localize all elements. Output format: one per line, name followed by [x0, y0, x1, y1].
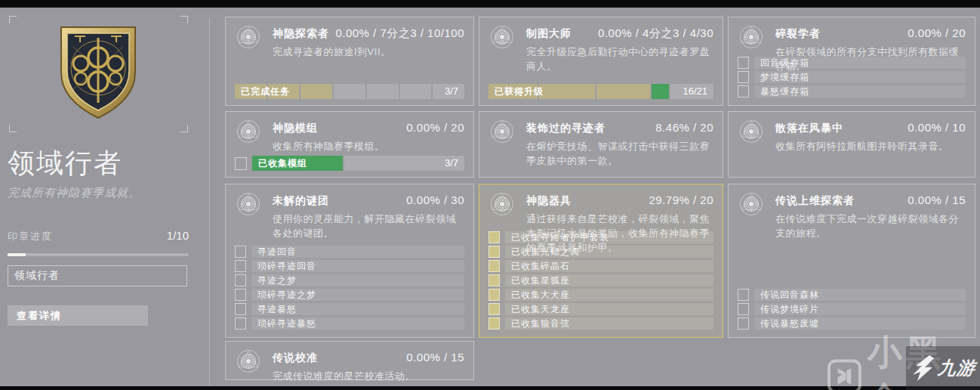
checklist-item: 已收集星狐座 [488, 274, 713, 286]
card-stats: 0.00% / 20 [406, 121, 464, 134]
card-title: 神隐模组 [273, 122, 318, 135]
achievement-card[interactable]: 装饰过的寻迹者 8.46% / 20 在熔炉竞技场、智谋或打击中获得三款赛季皮肤… [479, 111, 723, 178]
seal-progress-label: 印章进度 [8, 230, 53, 243]
checklist-label: 琐碎寻迹之梦 [251, 289, 464, 301]
progress-bar: 已获得升级 16/21 [488, 84, 713, 99]
achievement-card[interactable]: 神隐器具 29.79% / 20 通过获得来自星芒校准，碎裂领域，聚焦本影记忆水… [479, 184, 723, 338]
seal-icon [235, 348, 262, 375]
seal-progress-value: 1/10 [167, 229, 189, 242]
progress-segment [300, 84, 332, 99]
achievement-card[interactable]: 神隐探索者 0.00% / 7分之3 / 10/100 完成寻迹者的旅途I到VI… [225, 17, 474, 106]
checklist-label: 寻迹回音 [251, 246, 464, 258]
progress-segment [539, 84, 595, 99]
seal-icon [235, 23, 262, 51]
checklist: 传说回音森林 传说梦境碎片 传说暴怒废墟 [738, 289, 966, 330]
heybox-logo-icon [827, 359, 861, 390]
checklist-label: 已收集寻路者护甲套装 [505, 231, 713, 243]
card-stats: 0.00% / 20 [908, 26, 966, 39]
checklist-label: 已收集碎晶石 [505, 260, 713, 272]
achievement-card[interactable]: 碎裂学者 0.00% / 20 在碎裂领域的所有分支中找到所有数据缓存箱。 回音… [728, 17, 975, 106]
card-stats: 0.00% / 15 [908, 193, 966, 206]
checkbox-icon [488, 231, 500, 243]
checkbox-icon [738, 57, 749, 69]
checklist-item: 已收集大犬座 [488, 289, 713, 301]
card-desc: 完成寻迹者的旅途I到VII。 [273, 45, 463, 59]
seal-icon [738, 190, 765, 218]
seal-icon [488, 190, 516, 218]
checklist-item: 已收集寻路者护甲套装 [488, 231, 713, 243]
progress-bar-row: 已完成任务 3/7 [235, 84, 464, 99]
checklist-label: 已收集天龙座 [505, 303, 713, 315]
checklist-item: 寻迹暴怒 [235, 303, 464, 315]
card-desc: 完成传说难度的星芒校准活动。 [273, 369, 463, 383]
checkbox-icon [738, 289, 749, 301]
progress-segment [596, 84, 650, 99]
achievement-card[interactable]: 传说校准 0.00% / 15 完成传说难度的星芒校准活动。 [225, 341, 474, 380]
progress-bar-value: 3/7 [445, 84, 458, 99]
checkbox-icon [235, 260, 246, 272]
checkbox-icon [488, 303, 500, 315]
checklist-item: 传说回音森林 [738, 289, 966, 301]
progress-segment [334, 84, 365, 99]
checklist-item: 梦境缓存箱 [738, 71, 966, 83]
checklist-label: 传说梦境碎片 [754, 303, 966, 315]
checklist-item: 已收集碎晶石 [488, 260, 713, 272]
card-stats: 29.79% / 20 [649, 193, 713, 206]
progress-bar-value: 16/21 [683, 84, 707, 99]
card-stats: 0.00% / 7分之3 / 10/100 [335, 26, 464, 41]
card-desc: 收集所有阿特拉斯航图并聆听其录音。 [775, 139, 964, 153]
progress-segment [652, 84, 669, 99]
checkbox-icon [738, 317, 749, 330]
checklist-item: 传说暴怒废墟 [738, 317, 966, 330]
view-details-button[interactable]: 查看详情 [8, 305, 148, 326]
checkbox-icon [488, 260, 500, 272]
achievement-card[interactable]: 散落在风暴中 0.00% / 10 收集所有阿特拉斯航图并聆听其录音。 [728, 111, 975, 178]
achievement-card[interactable]: 制图大师 0.00% / 4分之3 / 4/30 完全升级应急后勤行动中心的寻迹… [479, 17, 723, 106]
seal-name-field[interactable] [8, 265, 187, 286]
checklist-label: 琐碎寻迹回音 [251, 260, 464, 272]
checkbox-icon [738, 85, 749, 98]
seal-progress-bar [8, 253, 189, 256]
card-title: 制图大师 [526, 27, 572, 41]
jiuyou-watermark: 九游 [906, 346, 980, 390]
checklist-label: 已收集狼音弦 [505, 317, 713, 330]
checkbox-icon [488, 317, 500, 330]
sidebar-divider [209, 17, 210, 385]
checklist-label: 已收集星狐座 [505, 274, 713, 286]
checklist-item: 琐碎寻迹回音 [235, 260, 464, 272]
progress-bar-label: 已完成任务 [241, 84, 290, 99]
seal-icon [235, 118, 262, 145]
jiuyou-watermark-text: 九游 [936, 356, 976, 380]
achievement-card[interactable]: 神隐模组 0.00% / 20 收集所有神隐赛季模组。 已收集模组 3/7 [225, 111, 474, 178]
checkbox-icon [488, 289, 500, 301]
seal-subtitle: 完成所有神隐赛季成就。 [8, 186, 140, 200]
seal-icon [738, 118, 765, 145]
checklist-item: 已收集天龙座 [488, 303, 713, 315]
card-desc: 完全升级应急后勤行动中心的寻迹者罗盘商人。 [526, 45, 712, 73]
card-title: 神隐探索者 [273, 27, 329, 41]
checklist-label: 寻迹之梦 [251, 274, 464, 286]
achievement-card[interactable]: 未解的谜团 0.00% / 30 使用你的灵巫能力，解开隐藏在碎裂领域各处的谜团… [225, 184, 474, 338]
card-title: 装饰过的寻迹者 [526, 122, 606, 135]
checklist-item: 寻迹之梦 [235, 274, 464, 286]
checklist-item: 传说梦境碎片 [738, 303, 966, 315]
checklist-label: 传说暴怒废墟 [754, 317, 966, 330]
achievement-card[interactable]: 传说上维探索者 0.00% / 15 在传说难度下完成一次穿越碎裂领域各分支的旅… [728, 184, 975, 338]
checklist-label: 梦境缓存箱 [754, 71, 966, 83]
checklist-label: 已收集大犬座 [505, 289, 713, 301]
progress-bar-row: 已收集模组 3/7 [235, 156, 464, 171]
checkbox-icon [488, 246, 500, 258]
seal-emblem-image [58, 24, 138, 121]
page-title: 领域行者 [8, 145, 122, 182]
checklist-label: 琐碎寻迹暴怒 [251, 317, 464, 330]
checklist-item: 暴怒缓存箱 [738, 85, 966, 98]
card-desc: 使用你的灵巫能力，解开隐藏在碎裂领域各处的谜团。 [273, 212, 463, 240]
progress-segment [367, 84, 399, 99]
card-title: 碎裂学者 [775, 27, 821, 41]
progress-bar: 已收集模组 3/7 [252, 156, 464, 171]
seal-sidebar: 领域行者 完成所有神隐赛季成就。 印章进度 1/10 查看详情 [0, 0, 216, 390]
progress-bar: 已完成任务 3/7 [235, 84, 464, 99]
seal-icon [488, 23, 516, 51]
progress-bar-label: 已获得升级 [495, 84, 544, 99]
checklist-label: 已收集光鳃之调 [505, 246, 713, 258]
